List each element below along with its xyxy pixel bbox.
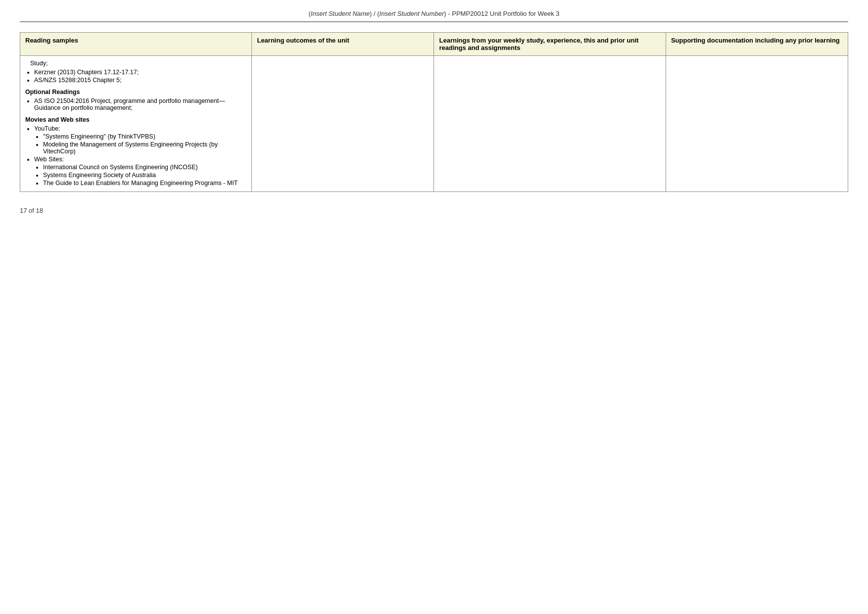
learnings-cell — [434, 56, 666, 192]
table-row: Study; Kerzner (2013) Chapters 17.12-17.… — [20, 56, 848, 192]
main-table: Reading samples Learning outcomes of the… — [20, 32, 848, 192]
study-list: Kerzner (2013) Chapters 17.12-17.17; AS/… — [25, 69, 246, 84]
list-item: The Guide to Lean Enablers for Managing … — [43, 180, 246, 187]
optional-list: AS ISO 21504:2016 Project, programme and… — [25, 97, 246, 111]
youtube-sublist: "Systems Engineering" (by ThinkTVPBS) Mo… — [34, 133, 246, 155]
list-item: AS/NZS 15288:2015 Chapter 5; — [34, 77, 246, 84]
col-header-reading-samples: Reading samples — [20, 33, 252, 56]
movies-list: YouTube: "Systems Engineering" (by Think… — [25, 125, 246, 187]
list-item: "Systems Engineering" (by ThinkTVPBS) — [43, 133, 246, 140]
study-prefix: Study; — [25, 60, 246, 67]
list-item: AS ISO 21504:2016 Project, programme and… — [34, 97, 246, 111]
page-footer: 17 of 18 — [20, 207, 848, 214]
youtube-item: YouTube: "Systems Engineering" (by Think… — [34, 125, 246, 155]
optional-readings-heading: Optional Readings — [25, 89, 246, 95]
reading-samples-cell: Study; Kerzner (2013) Chapters 17.12-17.… — [20, 56, 252, 192]
websites-item: Web Sites: International Council on Syst… — [34, 156, 246, 187]
col-header-learnings: Learnings from your weekly study, experi… — [434, 33, 666, 56]
list-item: Systems Engineering Society of Australia — [43, 172, 246, 179]
list-item: International Council on Systems Enginee… — [43, 164, 246, 171]
col-header-supporting: Supporting documentation including any p… — [666, 33, 848, 56]
movies-web-heading: Movies and Web sites — [25, 116, 246, 123]
col-header-learning-outcomes: Learning outcomes of the unit — [252, 33, 434, 56]
supporting-cell — [666, 56, 848, 192]
websites-sublist: International Council on Systems Enginee… — [34, 164, 246, 187]
list-item: Kerzner (2013) Chapters 17.12-17.17; — [34, 69, 246, 76]
list-item: Modeling the Management of Systems Engin… — [43, 141, 246, 155]
page-header: (Insert Student Name) / (Insert Student … — [20, 10, 848, 22]
learning-outcomes-cell — [252, 56, 434, 192]
